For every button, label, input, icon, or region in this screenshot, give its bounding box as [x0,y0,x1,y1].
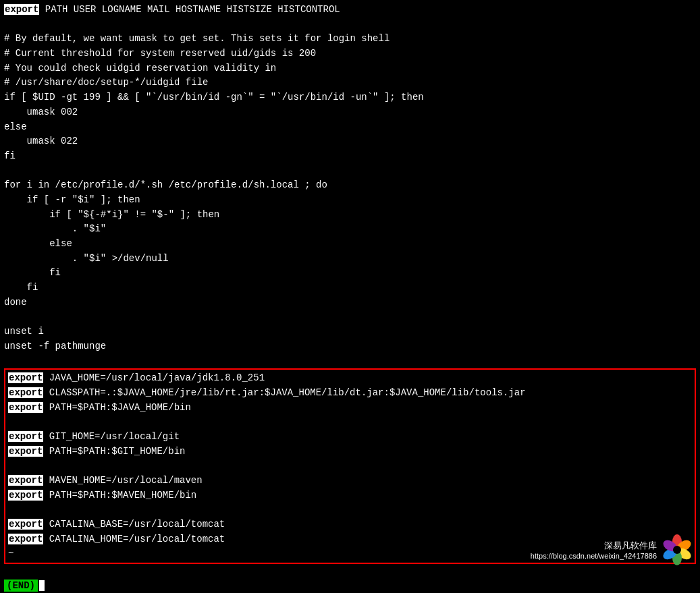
line-10: umask 022 [4,134,696,149]
line-33: export MAVEN_HOME=/usr/local/maven [8,474,692,488]
export-keyword-28: export [8,402,43,413]
line-25 [4,354,696,369]
line-12 [4,164,696,179]
line-28: export PATH=$PATH:$JAVA_HOME/bin [8,401,692,416]
line-34: export PATH=$PATH:$MAVEN_HOME/bin [8,488,692,503]
line-11: fi [4,149,696,164]
line-27-rest: CLASSPATH=.:$JAVA_HOME/jre/lib/rt.jar:$J… [43,387,525,398]
line-3: # By default, we want umask to get set. … [4,32,696,47]
line-18: . "$i" >/dev/null [4,252,696,266]
export-keyword-33: export [8,475,43,486]
export-keyword-26: export [8,372,43,383]
line-7: if [ $UID -gt 199 ] && [ "`/usr/bin/id -… [4,90,696,105]
export-keyword-34: export [8,490,43,501]
line-23: unset i [4,324,696,339]
line-26-rest: JAVA_HOME=/usr/local/java/jdk1.8.0_251 [43,372,265,383]
line-13: for i in /etc/profile.d/*.sh /etc/profil… [4,178,696,193]
line-1: export PATH USER LOGNAME MAIL HOSTNAME H… [4,3,696,18]
line-27: export CLASSPATH=.:$JAVA_HOME/jre/lib/rt… [8,386,692,401]
svg-point-7 [673,546,681,554]
line-24: unset -f pathmunge [4,339,696,354]
line-1-rest: PATH USER LOGNAME MAIL HOSTNAME HISTSIZE… [39,4,340,15]
line-30: export GIT_HOME=/usr/local/git [8,430,692,445]
line-28-rest: PATH=$PATH:$JAVA_HOME/bin [43,402,190,413]
export-keyword-1: export [4,4,39,15]
line-9: else [4,120,696,135]
export-keyword-30: export [8,431,43,442]
cursor [39,580,45,591]
line-5: # You could check uidgid reservation val… [4,61,696,76]
line-14: if [ -r "$i" ]; then [4,193,696,208]
line-15: if [ "${-#*i}" != "$-" ]; then [4,208,696,223]
line-8: umask 002 [4,105,696,120]
line-16: . "$i" [4,222,696,237]
export-keyword-31: export [8,446,43,457]
line-29 [8,415,692,430]
line-4: # Current threshold for system reserved … [4,47,696,61]
line-21: done [4,295,696,310]
line-36-rest: CATALINA_BASE=/usr/local/tomcat [43,519,225,530]
end-label: (END) [4,580,38,592]
line-37-rest: CATALINA_HOME=/usr/local/tomcat [43,534,225,544]
line-35 [8,503,692,517]
line-32 [8,459,692,474]
line-2 [4,18,696,32]
export-keyword-37: export [8,534,43,544]
watermark: 深易凡软件库 https://blog.csdn.net/weixin_4241… [531,534,693,566]
line-31-rest: PATH=$PATH:$GIT_HOME/bin [43,446,185,457]
line-33-rest: MAVEN_HOME=/usr/local/maven [43,475,202,486]
line-22 [4,310,696,324]
export-keyword-36: export [8,519,43,530]
watermark-url: https://blog.csdn.net/weixin_42417886 [531,552,657,560]
line-19: fi [4,266,696,281]
watermark-logo-icon [661,534,693,566]
end-bar: (END) [0,578,700,593]
line-17: else [4,237,696,252]
line-26: export JAVA_HOME=/usr/local/java/jdk1.8.… [8,371,692,386]
line-36: export CATALINA_BASE=/usr/local/tomcat [8,517,692,532]
line-34-rest: PATH=$PATH:$MAVEN_HOME/bin [43,490,196,501]
export-keyword-27: export [8,387,43,398]
watermark-site-name: 深易凡软件库 [604,540,657,552]
line-6: # /usr/share/doc/setup-*/uidgid file [4,76,696,90]
line-31: export PATH=$PATH:$GIT_HOME/bin [8,445,692,459]
line-30-rest: GIT_HOME=/usr/local/git [43,431,180,442]
terminal-window: export PATH USER LOGNAME MAIL HOSTNAME H… [0,0,700,593]
line-20: fi [4,281,696,295]
watermark-text-block: 深易凡软件库 https://blog.csdn.net/weixin_4241… [531,540,657,560]
